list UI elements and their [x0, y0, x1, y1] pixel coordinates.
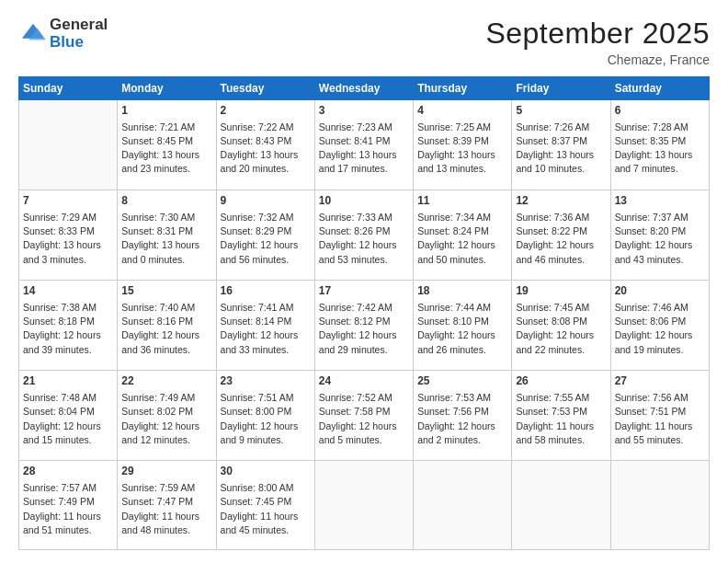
- day-info: Sunrise: 7:33 AM Sunset: 8:26 PM Dayligh…: [319, 211, 409, 267]
- day-number: 25: [417, 373, 507, 389]
- page: General Blue September 2025 Chemaze, Fra…: [0, 0, 728, 563]
- day-info: Sunrise: 7:32 AM Sunset: 8:29 PM Dayligh…: [221, 211, 311, 267]
- day-info: Sunrise: 7:26 AM Sunset: 8:37 PM Dayligh…: [516, 121, 606, 177]
- calendar-cell: 14Sunrise: 7:38 AM Sunset: 8:18 PM Dayli…: [19, 281, 118, 371]
- calendar-cell: 5Sunrise: 7:26 AM Sunset: 8:37 PM Daylig…: [512, 100, 610, 190]
- calendar-cell: 1Sunrise: 7:21 AM Sunset: 8:45 PM Daylig…: [118, 100, 216, 190]
- logo: General Blue: [18, 17, 108, 51]
- logo-text: General Blue: [50, 17, 108, 51]
- col-header-tuesday: Tuesday: [216, 77, 314, 100]
- calendar-cell: 28Sunrise: 7:57 AM Sunset: 7:49 PM Dayli…: [19, 461, 118, 550]
- day-number: 2: [221, 103, 311, 119]
- calendar-cell: 20Sunrise: 7:46 AM Sunset: 8:06 PM Dayli…: [610, 281, 709, 371]
- day-number: 23: [221, 373, 311, 389]
- calendar-cell: 16Sunrise: 7:41 AM Sunset: 8:14 PM Dayli…: [216, 281, 314, 371]
- calendar-cell: 8Sunrise: 7:30 AM Sunset: 8:31 PM Daylig…: [118, 190, 216, 281]
- day-number: 30: [221, 464, 311, 479]
- calendar-cell: 19Sunrise: 7:45 AM Sunset: 8:08 PM Dayli…: [512, 281, 610, 371]
- day-number: 22: [121, 373, 211, 389]
- day-number: 7: [23, 193, 113, 209]
- day-info: Sunrise: 7:44 AM Sunset: 8:10 PM Dayligh…: [417, 301, 507, 357]
- logo-blue-text: Blue: [50, 34, 108, 52]
- col-header-sunday: Sunday: [19, 77, 118, 100]
- calendar-cell: 21Sunrise: 7:48 AM Sunset: 8:04 PM Dayli…: [19, 371, 118, 461]
- day-number: 10: [319, 193, 409, 209]
- day-info: Sunrise: 7:56 AM Sunset: 7:51 PM Dayligh…: [615, 391, 705, 447]
- day-number: 9: [221, 193, 311, 209]
- day-info: Sunrise: 7:28 AM Sunset: 8:35 PM Dayligh…: [615, 121, 705, 177]
- day-info: Sunrise: 7:37 AM Sunset: 8:20 PM Dayligh…: [615, 211, 705, 267]
- day-info: Sunrise: 7:22 AM Sunset: 8:43 PM Dayligh…: [221, 121, 311, 177]
- logo-general-text: General: [50, 17, 108, 34]
- day-info: Sunrise: 7:53 AM Sunset: 7:56 PM Dayligh…: [417, 391, 507, 447]
- day-info: Sunrise: 7:30 AM Sunset: 8:31 PM Dayligh…: [121, 211, 211, 267]
- day-number: 28: [23, 464, 113, 479]
- calendar-cell: 4Sunrise: 7:25 AM Sunset: 8:39 PM Daylig…: [414, 100, 512, 190]
- day-number: 4: [417, 103, 507, 119]
- day-info: Sunrise: 7:46 AM Sunset: 8:06 PM Dayligh…: [615, 301, 705, 357]
- calendar-cell: [19, 100, 118, 190]
- calendar-cell: 6Sunrise: 7:28 AM Sunset: 8:35 PM Daylig…: [610, 100, 709, 190]
- logo-icon: [20, 21, 46, 47]
- day-number: 20: [615, 283, 705, 299]
- col-header-saturday: Saturday: [610, 77, 709, 100]
- calendar-cell: 9Sunrise: 7:32 AM Sunset: 8:29 PM Daylig…: [216, 190, 314, 281]
- calendar-cell: [414, 461, 512, 550]
- day-info: Sunrise: 7:59 AM Sunset: 7:47 PM Dayligh…: [121, 481, 211, 537]
- col-header-wednesday: Wednesday: [314, 77, 413, 100]
- day-info: Sunrise: 7:49 AM Sunset: 8:02 PM Dayligh…: [121, 391, 211, 447]
- day-info: Sunrise: 7:52 AM Sunset: 7:58 PM Dayligh…: [319, 391, 409, 447]
- day-info: Sunrise: 7:25 AM Sunset: 8:39 PM Dayligh…: [417, 121, 507, 177]
- calendar-cell: 11Sunrise: 7:34 AM Sunset: 8:24 PM Dayli…: [414, 190, 512, 281]
- day-number: 11: [417, 193, 507, 209]
- day-number: 13: [615, 193, 705, 209]
- calendar-cell: 26Sunrise: 7:55 AM Sunset: 7:53 PM Dayli…: [512, 371, 610, 461]
- day-info: Sunrise: 7:48 AM Sunset: 8:04 PM Dayligh…: [23, 391, 113, 447]
- calendar-cell: 13Sunrise: 7:37 AM Sunset: 8:20 PM Dayli…: [610, 190, 709, 281]
- day-info: Sunrise: 7:45 AM Sunset: 8:08 PM Dayligh…: [516, 301, 606, 357]
- day-number: 29: [121, 464, 211, 479]
- day-number: 1: [121, 103, 211, 119]
- day-number: 14: [23, 283, 113, 299]
- day-info: Sunrise: 7:41 AM Sunset: 8:14 PM Dayligh…: [221, 301, 311, 357]
- calendar-cell: 12Sunrise: 7:36 AM Sunset: 8:22 PM Dayli…: [512, 190, 610, 281]
- title-block: September 2025 Chemaze, France: [485, 17, 710, 67]
- calendar-cell: [610, 461, 709, 550]
- calendar-cell: 10Sunrise: 7:33 AM Sunset: 8:26 PM Dayli…: [314, 190, 413, 281]
- calendar-cell: 3Sunrise: 7:23 AM Sunset: 8:41 PM Daylig…: [314, 100, 413, 190]
- day-number: 5: [516, 103, 606, 119]
- day-info: Sunrise: 8:00 AM Sunset: 7:45 PM Dayligh…: [221, 481, 311, 537]
- day-info: Sunrise: 7:51 AM Sunset: 8:00 PM Dayligh…: [221, 391, 311, 447]
- calendar-cell: [512, 461, 610, 550]
- day-number: 19: [516, 283, 606, 299]
- calendar-cell: 27Sunrise: 7:56 AM Sunset: 7:51 PM Dayli…: [610, 371, 709, 461]
- calendar-cell: [314, 461, 413, 550]
- calendar-cell: 22Sunrise: 7:49 AM Sunset: 8:02 PM Dayli…: [118, 371, 216, 461]
- day-info: Sunrise: 7:23 AM Sunset: 8:41 PM Dayligh…: [319, 121, 409, 177]
- day-number: 6: [615, 103, 705, 119]
- day-number: 8: [121, 193, 211, 209]
- day-info: Sunrise: 7:40 AM Sunset: 8:16 PM Dayligh…: [121, 301, 211, 357]
- header: General Blue September 2025 Chemaze, Fra…: [18, 17, 710, 67]
- day-info: Sunrise: 7:29 AM Sunset: 8:33 PM Dayligh…: [23, 211, 113, 267]
- day-info: Sunrise: 7:55 AM Sunset: 7:53 PM Dayligh…: [516, 391, 606, 447]
- calendar-cell: 25Sunrise: 7:53 AM Sunset: 7:56 PM Dayli…: [414, 371, 512, 461]
- day-number: 17: [319, 283, 409, 299]
- col-header-monday: Monday: [118, 77, 216, 100]
- col-header-friday: Friday: [512, 77, 610, 100]
- location: Chemaze, France: [485, 52, 710, 67]
- month-title: September 2025: [485, 17, 710, 51]
- header-row: SundayMondayTuesdayWednesdayThursdayFrid…: [19, 77, 710, 100]
- day-info: Sunrise: 7:36 AM Sunset: 8:22 PM Dayligh…: [516, 211, 606, 267]
- day-info: Sunrise: 7:38 AM Sunset: 8:18 PM Dayligh…: [23, 301, 113, 357]
- day-number: 12: [516, 193, 606, 209]
- calendar-cell: 18Sunrise: 7:44 AM Sunset: 8:10 PM Dayli…: [414, 281, 512, 371]
- day-info: Sunrise: 7:57 AM Sunset: 7:49 PM Dayligh…: [23, 481, 113, 537]
- day-number: 15: [121, 283, 211, 299]
- calendar-cell: 29Sunrise: 7:59 AM Sunset: 7:47 PM Dayli…: [118, 461, 216, 550]
- calendar-cell: 2Sunrise: 7:22 AM Sunset: 8:43 PM Daylig…: [216, 100, 314, 190]
- calendar-cell: 15Sunrise: 7:40 AM Sunset: 8:16 PM Dayli…: [118, 281, 216, 371]
- day-info: Sunrise: 7:21 AM Sunset: 8:45 PM Dayligh…: [121, 121, 211, 177]
- calendar-cell: 17Sunrise: 7:42 AM Sunset: 8:12 PM Dayli…: [314, 281, 413, 371]
- calendar: SundayMondayTuesdayWednesdayThursdayFrid…: [18, 76, 710, 550]
